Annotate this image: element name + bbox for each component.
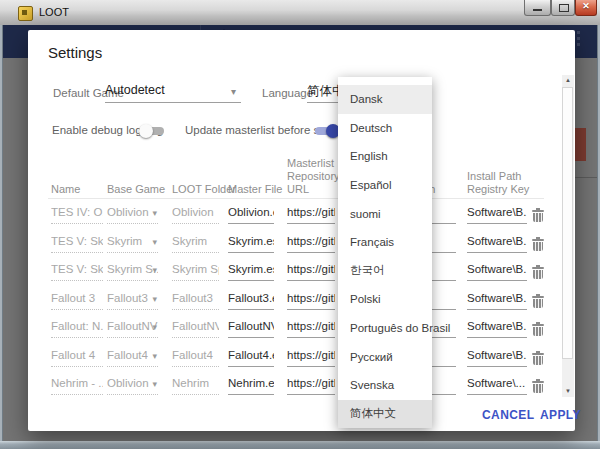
default-game-underline (105, 102, 241, 103)
master-file-cell[interactable]: Oblivion.es.. (228, 206, 274, 224)
language-option-chinese[interactable]: 简体中文 (338, 400, 432, 429)
loot-folder-cell[interactable]: Skyrim (172, 235, 219, 253)
loot-folder-cell[interactable]: Fallout3 (172, 292, 219, 310)
repo-url-cell[interactable]: https://gith.. (287, 320, 335, 338)
default-game-select[interactable]: Autodetect (105, 83, 165, 97)
table-row: Fallout 3 Fallout3▾ Fallout3 Fallout3.es… (28, 292, 575, 314)
registry-key-cell[interactable]: Software\B.. (467, 292, 527, 310)
master-file-cell[interactable]: Skyrim.esm (228, 263, 274, 281)
scroll-up-icon[interactable]: ▲ (562, 75, 574, 86)
chevron-down-icon: ▾ (231, 86, 236, 97)
base-game-cell[interactable]: Fallout3▾ (107, 292, 158, 310)
loot-folder-cell[interactable]: Fallout4 (172, 349, 219, 367)
debug-toggle[interactable] (139, 124, 166, 138)
maximize-button[interactable] (551, 0, 575, 16)
registry-key-cell[interactable]: Software\B.. (467, 349, 527, 367)
scroll-down-icon[interactable]: ▼ (562, 386, 574, 397)
name-cell[interactable]: Fallout: N... (51, 320, 103, 338)
masterlist-toggle[interactable] (313, 124, 340, 138)
master-file-cell[interactable]: FalloutNV.... (228, 320, 274, 338)
close-button[interactable]: ✕ (575, 0, 597, 16)
language-label: Language (262, 87, 313, 99)
delete-row-button[interactable] (532, 237, 544, 252)
language-option-dansk[interactable]: Dansk (338, 85, 432, 114)
name-cell[interactable]: Fallout 4 (51, 349, 103, 367)
settings-dialog: Settings Default Game Autodetect ▾ Langu… (28, 30, 575, 431)
repo-url-cell[interactable]: https://gith.. (287, 235, 335, 253)
language-underline (307, 102, 339, 103)
registry-key-cell[interactable]: Software\B.. (467, 263, 527, 281)
loot-folder-cell[interactable]: Oblivion (172, 206, 219, 224)
language-option-english[interactable]: English (338, 142, 432, 171)
loot-window: LOOT ✕ Settings Default Game Autodetect … (0, 0, 600, 449)
chevron-down-icon: ▾ (152, 265, 157, 275)
chevron-down-icon: ▾ (152, 208, 157, 218)
cancel-button[interactable]: CANCEL (480, 404, 536, 426)
delete-row-button[interactable] (532, 265, 544, 280)
registry-key-cell[interactable]: Software\B.. (467, 206, 527, 224)
maximize-icon (559, 4, 569, 12)
name-cell[interactable]: Nehrim - ... (51, 377, 103, 395)
registry-key-cell[interactable]: Software\B.. (467, 320, 527, 338)
language-option-deutsch[interactable]: Deutsch (338, 114, 432, 143)
name-cell[interactable]: TES IV: O... (51, 206, 103, 224)
master-file-cell[interactable]: Fallout3.es.. (228, 292, 274, 310)
minimize-button[interactable] (524, 0, 551, 16)
repo-url-cell[interactable]: https://gith.. (287, 377, 335, 395)
delete-row-button[interactable] (532, 351, 544, 366)
language-option-korean[interactable]: 한국어 (338, 257, 432, 286)
master-file-cell[interactable]: Nehrim.es... (228, 377, 274, 395)
dialog-title: Settings (48, 44, 102, 61)
master-file-cell[interactable]: Fallout4.es.. (228, 349, 274, 367)
base-game-cell[interactable]: Oblivion▾ (107, 206, 158, 224)
minimize-icon (533, 9, 542, 11)
chevron-down-icon: ▾ (152, 322, 157, 332)
delete-row-button[interactable] (532, 294, 544, 309)
language-option-espanol[interactable]: Español (338, 171, 432, 200)
repo-url-cell[interactable]: https://gith.. (287, 206, 335, 224)
base-game-cell[interactable]: Oblivion▾ (107, 377, 158, 395)
delete-row-button[interactable] (532, 322, 544, 337)
table-row: TES IV: O... Oblivion▾ Oblivion Oblivion… (28, 206, 575, 228)
language-option-portugues[interactable]: Português do Brasil (338, 314, 432, 343)
base-game-cell[interactable]: Fallout4▾ (107, 349, 158, 367)
titlebar: LOOT ✕ (0, 0, 600, 26)
toggle-knob (139, 124, 153, 138)
dialog-scrollbar[interactable]: ▲ ▼ (562, 75, 574, 397)
registry-key-cell[interactable]: Software\... (467, 377, 527, 395)
table-header-divider (48, 198, 544, 199)
language-option-svenska[interactable]: Svenska (338, 371, 432, 400)
repo-url-cell[interactable]: https://gith.. (287, 263, 335, 281)
background-card-edge (575, 177, 597, 178)
repo-url-cell[interactable]: https://gith.. (287, 292, 335, 310)
table-row: Fallout: N... FalloutNV▾ FalloutNV Fallo… (28, 320, 575, 342)
language-option-francais[interactable]: Français (338, 228, 432, 257)
registry-key-cell[interactable]: Software\B.. (467, 235, 527, 253)
base-game-cell[interactable]: Skyrim S...▾ (107, 263, 158, 281)
delete-row-button[interactable] (532, 208, 544, 223)
scrollbar-thumb[interactable] (562, 87, 573, 359)
window-frame-bottom (0, 441, 600, 449)
table-row: Fallout 4 Fallout4▾ Fallout4 Fallout4.es… (28, 349, 575, 371)
loot-folder-cell[interactable]: Skyrim Sp... (172, 263, 219, 281)
name-cell[interactable]: TES V: Sk... (51, 235, 103, 253)
delete-row-button[interactable] (532, 379, 544, 394)
col-header-base-game: Base Game (107, 183, 165, 196)
base-game-cell[interactable]: Skyrim▾ (107, 235, 158, 253)
base-game-cell[interactable]: FalloutNV▾ (107, 320, 158, 338)
language-option-polski[interactable]: Polski (338, 285, 432, 314)
language-option-russian[interactable]: Русский (338, 342, 432, 371)
name-cell[interactable]: TES V: Sk... (51, 263, 103, 281)
name-cell[interactable]: Fallout 3 (51, 292, 103, 310)
loot-folder-cell[interactable]: Nehrim (172, 377, 219, 395)
col-header-loot-folder: LOOT Folder (172, 183, 236, 196)
background-red-card (575, 128, 586, 161)
language-option-suomi[interactable]: suomi (338, 199, 432, 228)
menu-icon (577, 31, 580, 46)
master-file-cell[interactable]: Skyrim.esm (228, 235, 274, 253)
col-header-masterlist-repository-url: Masterlist Repository URL (287, 157, 343, 196)
apply-button[interactable]: APPLY (538, 404, 583, 426)
loot-folder-cell[interactable]: FalloutNV (172, 320, 219, 338)
window-title: LOOT (39, 6, 69, 18)
repo-url-cell[interactable]: https://gith.. (287, 349, 335, 367)
